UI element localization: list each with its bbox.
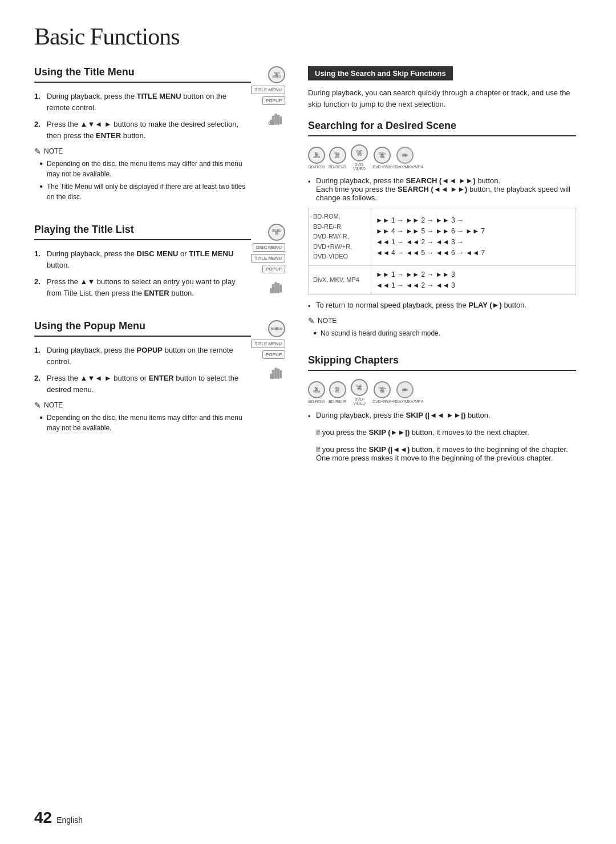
page-container: Basic Functions Using the Title Menu 1. … xyxy=(34,23,582,478)
popup-icons: BD-ROM TITLE MENU POPUP xyxy=(251,320,285,384)
step-1: 1. During playback, press the TITLE MENU… xyxy=(34,91,251,113)
hand-icon-2 xyxy=(267,276,285,298)
svg-rect-14 xyxy=(270,374,274,379)
disc-icons-search: BDROM BD-ROM BDRE BD-RE/-R DVDVID DVD-VI… xyxy=(308,144,576,171)
svg-rect-8 xyxy=(279,284,282,293)
popup-menu-heading: Using the Popup Menu xyxy=(34,320,251,337)
svg-rect-12 xyxy=(277,369,280,379)
dvd-video-disc-2: DVDVID DVD-VIDEO xyxy=(350,379,369,405)
svg-rect-6 xyxy=(274,282,277,293)
dvdplus-disc-2: DVD+RW DVD+RW/+R xyxy=(372,381,392,403)
note-icon-2: ✎ xyxy=(34,401,41,410)
disc-type-cell: BD-ROM,BD-RE/-R,DVD-RW/-R,DVD+RW/+R,DVD-… xyxy=(309,208,371,266)
left-column: Using the Title Menu 1. During playback,… xyxy=(34,66,285,478)
desired-scene-heading: Searching for a Desired Scene xyxy=(308,120,576,136)
disc-icons-skip: BDROM BD-ROM BDRE BD-RE/-R DVDVID DVD-VI… xyxy=(308,379,576,405)
note-item: The Title Menu will only be displayed if… xyxy=(40,181,251,202)
title-menu-remote: TITLE MENU xyxy=(251,86,285,94)
skip-bullet: • During playback, press the SKIP (|◄◄ ►… xyxy=(308,411,576,462)
divx-disc: DivX DivX/MKV/MP4 xyxy=(395,147,415,169)
step-1: 1. During playback, press the DISC MENU … xyxy=(34,248,251,270)
page-title: Basic Functions xyxy=(34,23,582,50)
bd-rom-disc-2: BDROM BD-ROM xyxy=(308,381,325,403)
section-popup-menu: Using the Popup Menu 1. During playback,… xyxy=(34,320,285,439)
search-speed-table: BD-ROM,BD-RE/-R,DVD-RW/-R,DVD+RW/+R,DVD-… xyxy=(308,208,576,295)
speed-cell-2: ►► 1 → ►► 2 → ►► 3 ◄◄ 1 → ◄◄ 2 → ◄◄ 3 xyxy=(371,265,576,294)
search-skip-intro: During playback, you can search quickly … xyxy=(308,87,576,110)
section-skipping-chapters: Skipping Chapters BDROM BD-ROM BDRE BD-R… xyxy=(308,354,576,462)
right-column: Using the Search and Skip Functions Duri… xyxy=(308,66,576,478)
popup-remote: POPUP xyxy=(262,96,285,105)
popup-note-items: Depending on the disc, the menu items ma… xyxy=(34,413,251,433)
svg-rect-2 xyxy=(277,115,280,125)
disc-type-cell-2: DivX, MKV, MP4 xyxy=(309,265,371,294)
bd-rom-icon: BD-ROM xyxy=(268,320,285,337)
note-label-text-2: NOTE xyxy=(44,401,63,409)
section-title-list: Playing the Title List 1. During playbac… xyxy=(34,224,285,304)
divx-disc-2: DivX DivX/MKV/MP4 xyxy=(395,381,415,403)
svg-rect-3 xyxy=(279,116,282,124)
search-bullet: • During playback, press the SEARCH (◄◄ … xyxy=(308,176,576,202)
hand-icon-3 xyxy=(267,361,285,384)
page-footer: 42 English xyxy=(34,809,83,827)
step-2: 2. Press the ▲▼◄ ► buttons to make the d… xyxy=(34,119,251,141)
note-items: Depending on the disc, the menu items ma… xyxy=(34,159,251,202)
dvd-video-disc: DVDVID DVD-VIDEO xyxy=(350,144,369,171)
title-menu-heading: Using the Title Menu xyxy=(34,66,251,83)
search-skip-highlight: Using the Search and Skip Functions xyxy=(308,66,453,80)
speed-cell: ►► 1 → ►► 2 → ►► 3 → ►► 4 → ►► 5 → ►► 6 … xyxy=(371,208,576,266)
table-row-bd: BD-ROM,BD-RE/-R,DVD-RW/-R,DVD+RW/+R,DVD-… xyxy=(309,208,576,266)
svg-rect-1 xyxy=(274,114,277,125)
skipping-chapters-heading: Skipping Chapters xyxy=(308,354,576,371)
step-2: 2. Press the ▲▼◄ ► buttons or ENTER butt… xyxy=(34,373,251,395)
note-icon: ✎ xyxy=(34,147,41,156)
section-title-menu: Using the Title Menu 1. During playback,… xyxy=(34,66,285,208)
title-menu-remote2: TITLE MENU xyxy=(251,254,285,263)
title-list-icons: BD-RE/-R DISC MENU TITLE MENU POPUP xyxy=(251,224,285,298)
title-list-heading: Playing the Title List xyxy=(34,224,251,240)
note-icon-3: ✎ xyxy=(308,316,315,325)
popup-menu-steps: 1. During playback, press the POPUP butt… xyxy=(34,345,251,395)
section-desired-scene: Searching for a Desired Scene BDROM BD-R… xyxy=(308,120,576,338)
svg-rect-9 xyxy=(270,288,274,293)
page-language: English xyxy=(56,815,83,825)
search-note-item: No sound is heard during search mode. xyxy=(314,328,576,338)
dvd-video-icon: DVDVIDEO xyxy=(268,66,285,83)
title-menu-remote3: TITLE MENU xyxy=(251,340,285,348)
title-menu-steps: 1. During playback, press the TITLE MENU… xyxy=(34,91,251,141)
page-number: 42 xyxy=(34,809,52,827)
search-note: ✎ NOTE No sound is heard during search m… xyxy=(308,316,576,338)
bd-rom-disc: BDROM BD-ROM xyxy=(308,147,325,169)
bd-re-disc-2: BDRE BD-RE/-R xyxy=(329,381,346,403)
title-menu-icons: DVDVIDEO TITLE MENU POPUP xyxy=(251,66,285,130)
normal-speed-bullet: • To return to normal speed playback, pr… xyxy=(308,301,576,310)
svg-rect-11 xyxy=(274,368,277,379)
note-label-text: NOTE xyxy=(44,147,63,155)
hand-icon xyxy=(267,107,285,130)
svg-rect-7 xyxy=(277,283,280,293)
disc-menu-remote: DISC MENU xyxy=(253,243,285,252)
bd-re-icon: BD-RE/-R xyxy=(268,224,285,241)
svg-rect-13 xyxy=(279,370,282,378)
svg-rect-4 xyxy=(270,120,274,125)
title-list-steps: 1. During playback, press the DISC MENU … xyxy=(34,248,251,298)
step-1: 1. During playback, press the POPUP butt… xyxy=(34,345,251,367)
step-2: 2. Press the ▲▼ buttons to select an ent… xyxy=(34,276,251,298)
dvdplus-disc: DVD+RW DVD+RW/+R xyxy=(372,147,392,169)
search-note-items: No sound is heard during search mode. xyxy=(308,328,576,338)
popup-menu-note: ✎ NOTE Depending on the disc, the menu i… xyxy=(34,401,251,433)
bd-re-disc: BDRE BD-RE/-R xyxy=(329,147,346,169)
title-menu-note: ✎ NOTE Depending on the disc, the menu i… xyxy=(34,147,251,202)
note-item: Depending on the disc, the menu items ma… xyxy=(40,159,251,179)
popup-remote2: POPUP xyxy=(262,265,285,273)
popup-remote3: POPUP xyxy=(262,350,285,359)
note-label-text-3: NOTE xyxy=(318,317,337,325)
table-row-divx: DivX, MKV, MP4 ►► 1 → ►► 2 → ►► 3 ◄◄ 1 →… xyxy=(309,265,576,294)
note-item: Depending on the disc, the menu items ma… xyxy=(40,413,251,433)
